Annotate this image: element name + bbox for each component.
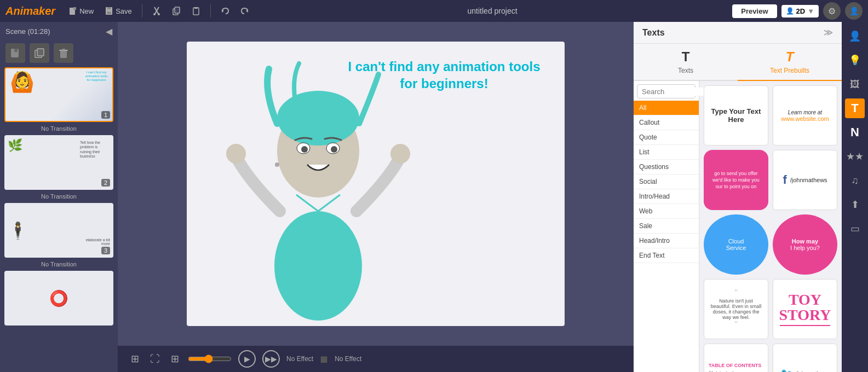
svg-rect-21 xyxy=(62,49,65,50)
scene-thumb-3[interactable]: 🕴 elaborate a bit more 3 xyxy=(4,203,113,258)
fullscreen-button[interactable]: ⛶ xyxy=(148,351,162,367)
icon-bar-letter-n[interactable]: N xyxy=(845,123,865,142)
main-area: Scene (01:28) ◀ I can't find my animatio… xyxy=(0,22,868,372)
preview-button[interactable]: Preview xyxy=(732,4,777,18)
panel-expand-button[interactable]: ≫ xyxy=(824,27,833,38)
category-panel: 🔍 All Callout Quote List Questions Socia… xyxy=(634,81,699,372)
icon-bar-user[interactable]: 👤 xyxy=(845,26,865,46)
tab-prebuilts[interactable]: T Text Prebuilts xyxy=(738,44,842,81)
scene-thumb-4[interactable]: ⭕ xyxy=(4,271,113,326)
undo-button[interactable] xyxy=(217,5,233,17)
zoom-slider[interactable] xyxy=(188,354,232,363)
account-button[interactable]: 👤 xyxy=(845,2,863,20)
copy-button[interactable] xyxy=(169,5,184,17)
card-table-item-1: 01. Introduction xyxy=(709,370,739,373)
canvas-area: I can't find any animation tools for beg… xyxy=(118,22,634,372)
category-callout[interactable]: Callout xyxy=(634,115,699,130)
text-card-type-text[interactable]: Type Your Text Here xyxy=(704,85,768,146)
redo-button[interactable] xyxy=(237,5,252,17)
text-card-help[interactable]: How may I help you? xyxy=(773,214,837,275)
category-intro-head[interactable]: Intro/Head xyxy=(634,189,699,204)
no-transition-3: No Transition xyxy=(4,259,113,271)
grid-button[interactable]: ⊞ xyxy=(169,351,181,367)
toolbar: Animaker New Save untitled project Previ… xyxy=(0,0,868,22)
text-card-twitter[interactable]: 🐦 /johnmathews xyxy=(773,344,837,372)
icon-bar-text[interactable]: T xyxy=(845,98,865,118)
card-speech-line1: go to send you offer xyxy=(714,171,757,176)
canvas-character xyxy=(214,58,422,321)
svg-rect-18 xyxy=(37,49,44,56)
icon-bar-star[interactable]: ★★ xyxy=(845,147,865,166)
card-help-line2: I help you? xyxy=(790,245,820,251)
texts-content: 🔍 All Callout Quote List Questions Socia… xyxy=(634,81,842,372)
icon-bar-bulb[interactable]: 💡 xyxy=(845,50,865,70)
new-scene-button[interactable] xyxy=(5,43,25,63)
category-sale[interactable]: Sale xyxy=(634,219,699,234)
icon-bar-layer[interactable]: ▭ xyxy=(845,219,865,239)
svg-point-24 xyxy=(390,144,410,164)
text-cards-grid: Type Your Text Here Learn more at www.we… xyxy=(699,81,842,372)
icon-bar-upload[interactable]: ⬆ xyxy=(845,195,865,214)
toolbar-sep-1 xyxy=(142,4,142,18)
text-card-toystory[interactable]: TOY STORY xyxy=(773,279,837,339)
sidebar-tools xyxy=(0,41,118,67)
icon-bar: 👤 💡 🖼 T N ★★ ♫ ⬆ ▭ xyxy=(842,22,868,372)
category-all[interactable]: All xyxy=(634,101,699,115)
search-wrapper: 🔍 xyxy=(634,81,699,101)
play-next-button[interactable]: ▶▶ xyxy=(262,350,280,368)
scene-thumb-1[interactable]: I can't find my animation toolsfor begin… xyxy=(4,67,113,122)
category-quote[interactable]: Quote xyxy=(634,130,699,145)
category-end-text[interactable]: End Text xyxy=(634,248,699,263)
effect-1-toggle[interactable]: ◼ xyxy=(320,353,328,365)
text-card-link[interactable]: Learn more at www.website.com xyxy=(773,85,837,146)
delete-scene-button[interactable] xyxy=(54,43,73,63)
svg-point-8 xyxy=(158,13,160,15)
duplicate-scene-button[interactable] xyxy=(30,43,49,63)
text-card-speech[interactable]: go to send you offer we'd like to make y… xyxy=(704,150,768,210)
toolbar-sep-2 xyxy=(210,4,211,18)
card-quote-text: Nature isn't just beautiful. Even in sma… xyxy=(709,298,763,320)
play-button[interactable]: ▶ xyxy=(238,350,256,368)
card-speech-line3: our to point you on xyxy=(716,184,757,189)
scene-num-1: 1 xyxy=(101,111,110,119)
settings-button[interactable]: ⚙ xyxy=(823,2,841,20)
svg-point-30 xyxy=(301,146,308,153)
card-type-text-line1: Type Your Text xyxy=(711,107,761,115)
category-list[interactable]: List xyxy=(634,145,699,160)
card-toystory-line2: STORY xyxy=(779,307,831,323)
category-web[interactable]: Web xyxy=(634,204,699,219)
cut-button[interactable] xyxy=(149,5,164,17)
canvas-wrapper: I can't find any animation tools for beg… xyxy=(118,22,634,346)
card-fb-icon: f xyxy=(783,173,786,187)
texts-panel-title: Texts xyxy=(642,28,665,38)
category-questions[interactable]: Questions xyxy=(634,160,699,175)
text-card-table[interactable]: TABLE OF CONTENTS 01. Introduction 02. C… xyxy=(704,344,768,372)
card-cloud-line1: Cloud xyxy=(728,238,744,245)
text-card-cloud[interactable]: Cloud Service xyxy=(704,214,768,275)
svg-rect-10 xyxy=(175,7,180,13)
scene-thumb-2[interactable]: 🌿 Tell how the problem is ruining their … xyxy=(4,135,113,190)
card-link-line1: Learn more at xyxy=(781,109,829,115)
scene-item-4: ⭕ xyxy=(4,271,113,326)
text-card-quote[interactable]: " Nature isn't just beautiful. Even in s… xyxy=(704,279,768,339)
save-button[interactable]: Save xyxy=(101,5,135,17)
sidebar-collapse-button[interactable]: ◀ xyxy=(106,26,112,37)
paste-button[interactable] xyxy=(188,5,204,17)
no-transition-2: No Transition xyxy=(4,191,113,203)
prebuilts-tab-label: Text Prebuilts xyxy=(770,67,809,74)
tab-texts[interactable]: T Texts xyxy=(634,44,738,81)
card-link-line2: www.website.com xyxy=(781,115,829,122)
card-toystory-line xyxy=(780,325,831,326)
fit-screen-button[interactable]: ⊞ xyxy=(129,351,141,367)
text-card-facebook[interactable]: f /johnmathews xyxy=(773,150,837,210)
mode-select[interactable]: 👤 2D ▼ xyxy=(781,5,819,18)
new-button[interactable]: New xyxy=(65,5,97,17)
scene-num-2: 2 xyxy=(101,179,110,187)
main-canvas[interactable]: I can't find any animation tools for beg… xyxy=(187,42,565,326)
category-head-intro[interactable]: Head/Intro xyxy=(634,234,699,248)
svg-point-27 xyxy=(277,91,359,146)
icon-bar-music[interactable]: ♫ xyxy=(845,171,865,190)
icon-bar-image[interactable]: 🖼 xyxy=(845,74,865,94)
card-twitter-icon: 🐦 xyxy=(780,368,792,372)
category-social[interactable]: Social xyxy=(634,175,699,189)
